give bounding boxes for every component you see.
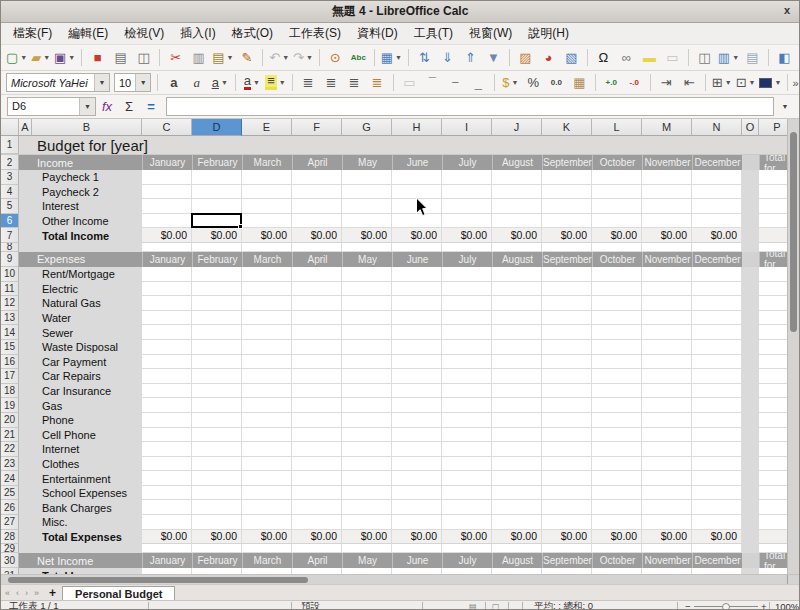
cell-J6[interactable] [492,214,542,229]
cell-K28[interactable]: $0.00 [542,530,592,545]
sort-ascending-button[interactable]: ⇑ [460,47,481,68]
font-size-dropdown-icon[interactable]: ▼ [135,74,150,91]
cell-I5[interactable] [442,199,492,214]
cell-K14[interactable] [542,325,592,340]
menu-view[interactable]: 檢視(V) [116,22,172,45]
cell-C9[interactable]: January [142,252,192,267]
cell-I1[interactable] [442,136,492,154]
cell-G5[interactable] [342,199,392,214]
align-top-button[interactable]: ¯ [422,72,443,93]
cell-I16[interactable] [442,355,492,370]
cell-P5[interactable] [759,199,789,214]
average-sum-status[interactable]: 平均: ; 總和: 0 [534,601,593,610]
cell-P11[interactable] [759,282,789,297]
cell-B27-label[interactable]: Misc. [32,515,142,530]
cell-I13[interactable] [442,311,492,326]
cell-N29[interactable] [692,544,742,553]
cell-C16[interactable] [142,355,192,370]
cell-K31[interactable] [542,568,592,574]
cell-N7[interactable]: $0.00 [692,228,742,243]
cell-F11[interactable] [292,282,342,297]
cell-K9[interactable]: September [542,252,592,267]
cell-F3[interactable] [292,170,342,185]
cell-N14[interactable] [692,325,742,340]
column-header-D[interactable]: D [192,119,242,136]
cell-N30[interactable]: December [692,553,742,568]
row-header-22[interactable]: 22 [1,442,19,457]
cell-J5[interactable] [492,199,542,214]
cell-B22-label[interactable]: Internet [32,442,142,457]
column-header-J[interactable]: J [492,119,542,136]
cell-N5[interactable] [692,199,742,214]
cell-N13[interactable] [692,311,742,326]
cell-G19[interactable] [342,398,392,413]
cell-N23[interactable] [692,457,742,472]
cell-H29[interactable] [392,544,442,553]
cell-L10[interactable] [592,267,642,282]
cell-L3[interactable] [592,170,642,185]
cell-P21[interactable] [759,428,789,443]
cell-A18[interactable] [19,384,32,399]
cell-M10[interactable] [642,267,692,282]
cell-H5[interactable] [392,199,442,214]
cell-P28[interactable]: $ [759,530,789,545]
selection-fill-handle[interactable] [238,224,243,229]
row-header-12[interactable]: 12 [1,296,19,311]
cell-P19[interactable] [759,398,789,413]
cell-F30[interactable]: April [292,553,342,568]
name-box[interactable]: D6 ▼ [7,97,96,116]
cell-F1[interactable] [292,136,342,154]
cell-G17[interactable] [342,369,392,384]
page-style-status[interactable]: 預設 [301,601,320,610]
cell-P30[interactable]: Total for [759,553,789,568]
row-header-10[interactable]: 10 [1,267,19,282]
cell-H16[interactable] [392,355,442,370]
cell-F19[interactable] [292,398,342,413]
cell-H15[interactable] [392,340,442,355]
cell-G11[interactable] [342,282,392,297]
cell-I2[interactable]: July [442,155,492,170]
cell-H28[interactable]: $0.00 [392,530,442,545]
special-character-button[interactable]: Ω [593,47,614,68]
cell-C13[interactable] [142,311,192,326]
column-header-A[interactable]: A [19,119,32,136]
cell-A16[interactable] [19,355,32,370]
cell-P20[interactable] [759,413,789,428]
cell-A13[interactable] [19,311,32,326]
cell-D14[interactable] [192,325,242,340]
cell-F7[interactable]: $0.00 [292,228,342,243]
bold-button[interactable]: a [163,72,184,93]
cell-M23[interactable] [642,457,692,472]
scrollbar-split-handle[interactable] [787,575,788,584]
border-style-dropdown-icon[interactable]: ▼ [749,79,756,86]
cell-F5[interactable] [292,199,342,214]
font-color-dropdown-icon[interactable]: ▼ [253,79,260,86]
zoom-out-icon[interactable]: − [685,601,691,610]
cell-I6[interactable] [442,214,492,229]
cell-G21[interactable] [342,428,392,443]
cell-D21[interactable] [192,428,242,443]
cell-P7[interactable]: $ [759,228,789,243]
cell-I30[interactable]: July [442,553,492,568]
cell-I4[interactable] [442,185,492,200]
cell-J19[interactable] [492,398,542,413]
row-header-13[interactable]: 13 [1,311,19,326]
cell-K22[interactable] [542,442,592,457]
cell-C1[interactable] [142,136,192,154]
cell-O10[interactable] [742,267,759,282]
cell-C22[interactable] [142,442,192,457]
column-header-F[interactable]: F [292,119,342,136]
cell-N27[interactable] [692,515,742,530]
cell-B15-label[interactable]: Waste Disposal [32,340,142,355]
cell-P23[interactable] [759,457,789,472]
previous-sheet-icon[interactable]: ‹ [16,588,19,598]
cell-I24[interactable] [442,471,492,486]
cell-K2[interactable]: September [542,155,592,170]
cell-D19[interactable] [192,398,242,413]
cell-D23[interactable] [192,457,242,472]
open-folder-button[interactable]: ▰▼ [30,47,51,68]
cell-H30[interactable]: June [392,553,442,568]
cell-N9[interactable]: December [692,252,742,267]
cell-O12[interactable] [742,296,759,311]
cell-E27[interactable] [242,515,292,530]
